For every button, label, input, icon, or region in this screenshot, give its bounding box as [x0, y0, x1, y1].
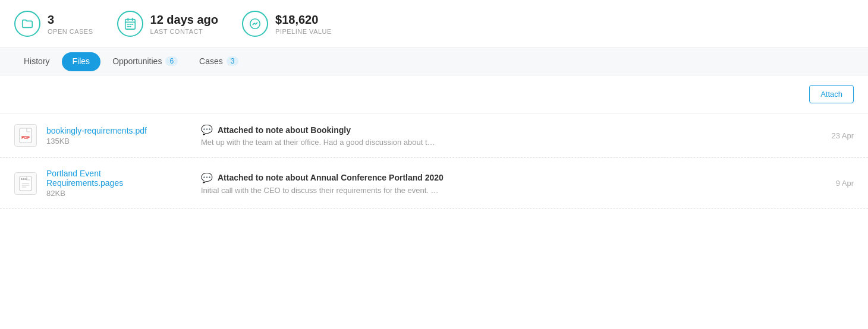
file-info: bookingly-requirements.pdf 135KB — [46, 126, 177, 145]
svg-point-18 — [25, 178, 27, 180]
attach-button[interactable]: Attach — [809, 85, 854, 103]
tabs-bar: History Files Opportunities 6 Cases 3 — [0, 48, 868, 75]
note-icon: 💬 — [201, 172, 213, 184]
note-preview: Met up with the team at their office. Ha… — [201, 138, 822, 147]
pipeline-value-value: $18,620 — [275, 12, 332, 27]
note-icon: 💬 — [201, 124, 213, 135]
tab-opportunities[interactable]: Opportunities 6 — [103, 48, 187, 75]
last-contact-label: LAST CONTACT — [150, 28, 219, 35]
svg-point-17 — [23, 178, 25, 180]
tab-history[interactable]: History — [14, 48, 59, 75]
stat-pipeline-value: $18,620 PIPELINE VALUE — [242, 11, 332, 37]
file-size: 135KB — [46, 137, 177, 145]
note-title-text: Attached to note about Bookingly — [218, 125, 351, 135]
tab-files[interactable]: Files — [62, 52, 101, 71]
content-area: Attach PDF bookingly-requirements.pdf 13… — [0, 75, 868, 209]
pipeline-value-label: PIPELINE VALUE — [275, 28, 332, 35]
file-list: PDF bookingly-requirements.pdf 135KB 💬 A… — [0, 113, 868, 209]
tab-cases[interactable]: Cases 3 — [190, 48, 248, 75]
file-size: 82KB — [46, 189, 177, 198]
cases-badge: 3 — [227, 56, 239, 66]
calendar-icon — [117, 11, 143, 37]
open-cases-label: OPEN CASES — [48, 28, 93, 35]
file-item: Portland Event Requirements.pages 82KB 💬… — [0, 158, 868, 209]
file-date: 9 Apr — [836, 179, 854, 188]
trend-icon — [242, 11, 268, 37]
file-info: Portland Event Requirements.pages 82KB — [46, 169, 177, 198]
stat-last-contact: 12 days ago LAST CONTACT — [117, 11, 219, 37]
file-item: PDF bookingly-requirements.pdf 135KB 💬 A… — [0, 113, 868, 158]
folder-icon — [14, 11, 40, 37]
stats-bar: 3 OPEN CASES 12 days ago LAST CONTACT — [0, 0, 868, 48]
stat-open-cases: 3 OPEN CASES — [14, 11, 93, 37]
file-date: 23 Apr — [831, 131, 854, 140]
opportunities-badge: 6 — [165, 56, 178, 66]
file-note: 💬 Attached to note about Annual Conferen… — [187, 172, 826, 195]
file-name[interactable]: Portland Event Requirements.pages — [46, 169, 123, 188]
pages-file-icon — [14, 172, 37, 195]
last-contact-value: 12 days ago — [150, 12, 219, 27]
note-title-text: Attached to note about Annual Conference… — [218, 173, 444, 182]
note-preview: Initial call with the CEO to discuss the… — [201, 186, 826, 195]
file-note: 💬 Attached to note about Bookingly Met u… — [187, 124, 822, 147]
svg-point-16 — [21, 178, 23, 180]
file-name[interactable]: bookingly-requirements.pdf — [46, 126, 147, 135]
open-cases-value: 3 — [48, 12, 93, 27]
svg-text:PDF: PDF — [21, 135, 30, 140]
pdf-file-icon: PDF — [14, 124, 37, 147]
action-row: Attach — [0, 75, 868, 113]
